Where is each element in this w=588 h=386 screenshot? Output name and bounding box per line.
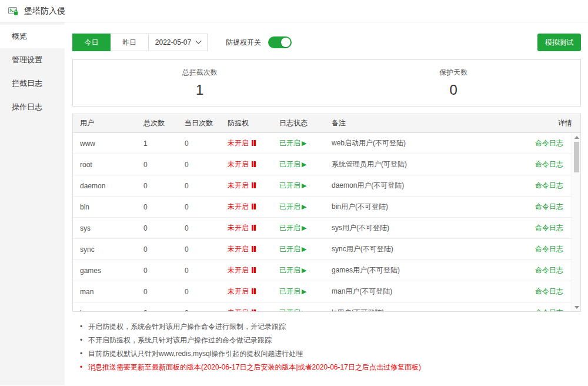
sidebar-item-settings[interactable]: 管理设置 [0, 48, 65, 72]
cell-total-count: 0 [136, 182, 178, 190]
note-item: 不开启防提权，系统只针对该用户操作过的命令做记录跟踪 [78, 334, 581, 347]
table-body: www 1 0 未开启 已开启▶ web启动用户(不可登陆) 命令日志 root… [73, 133, 580, 311]
pause-icon [250, 288, 256, 296]
cell-note: games用户(不可登陆) [325, 265, 516, 275]
pause-icon [250, 309, 256, 311]
sidebar-item-intercept-log[interactable]: 拦截日志 [0, 72, 65, 95]
pause-icon [250, 224, 256, 232]
note-item: 目前防提权默认只针对www,redis,mysql操作引起的提权问题进行处理 [78, 347, 581, 361]
date-picker[interactable]: 2022-05-07 [149, 34, 208, 51]
log-status[interactable]: 已开启▶ [272, 138, 325, 148]
table-scrollbar[interactable] [572, 133, 580, 311]
today-button[interactable]: 今日 [72, 34, 111, 51]
table-row: bin 0 0 未开启 已开启▶ bin用户(不可登陆) 命令日志 [73, 197, 572, 218]
stat-label: 保护天数 [327, 68, 581, 78]
privilege-status[interactable]: 未开启 [220, 244, 272, 254]
cell-note: sync用户(不可登陆) [325, 244, 516, 254]
pause-icon [250, 139, 256, 148]
table-row: daemon 0 0 未开启 已开启▶ daemon用户(不可登陆) 命令日志 [73, 175, 572, 197]
command-log-link[interactable]: 命令日志 [535, 266, 563, 274]
cell-today-count: 0 [178, 245, 220, 254]
command-log-link[interactable]: 命令日志 [535, 139, 563, 147]
log-status[interactable]: 已开启▶ [272, 202, 325, 212]
privilege-status[interactable]: 未开启 [220, 202, 272, 212]
log-status[interactable]: 已开启▶ [272, 159, 325, 169]
log-status[interactable]: 已开启▶ [272, 287, 325, 297]
play-icon: ▶ [302, 224, 306, 231]
cell-user: root [73, 161, 136, 169]
play-icon: ▶ [302, 139, 306, 147]
cell-user: man [73, 288, 136, 296]
cell-note: sys用户(不可登陆) [325, 223, 516, 233]
log-status[interactable]: 已开启▶ [272, 265, 325, 275]
table-row: sys 0 0 未开启 已开启▶ sys用户(不可登陆) 命令日志 [73, 218, 572, 239]
cell-total-count: 0 [136, 203, 178, 211]
pause-icon [250, 203, 256, 211]
cell-today-count: 0 [178, 267, 220, 275]
cell-user: sys [73, 224, 136, 232]
log-status[interactable]: 已开启▶ [272, 223, 325, 233]
app-title: 堡塔防入侵 [24, 6, 65, 16]
chevron-down-icon [196, 38, 202, 44]
command-log-link[interactable]: 命令日志 [535, 287, 563, 295]
table-row: www 1 0 未开启 已开启▶ web启动用户(不可登陆) 命令日志 [73, 133, 572, 154]
cell-note: bin用户(不可登陆) [325, 202, 516, 212]
log-status[interactable]: 已开启▶ [272, 181, 325, 191]
command-log-link[interactable]: 命令日志 [535, 160, 563, 168]
sidebar-item-operation-log[interactable]: 操作日志 [0, 95, 65, 119]
yesterday-button[interactable]: 昨日 [111, 34, 149, 51]
table-row: sync 0 0 未开启 已开启▶ sync用户(不可登陆) 命令日志 [73, 239, 572, 260]
controls-bar: 今日 昨日 2022-05-07 防提权开关 模拟测试 [72, 34, 581, 51]
table-row: lp 0 0 未开启 已开启▶ lp用户(不可登陆) 命令日志 [73, 302, 572, 311]
app-logo-icon [8, 5, 19, 17]
command-log-link[interactable]: 命令日志 [535, 202, 563, 211]
privilege-status[interactable]: 未开启 [220, 287, 272, 297]
cell-note: man用户(不可登陆) [325, 287, 516, 297]
simulate-test-button[interactable]: 模拟测试 [537, 34, 581, 51]
command-log-link[interactable]: 命令日志 [535, 308, 563, 311]
play-icon: ▶ [302, 203, 306, 210]
command-log-link[interactable]: 命令日志 [535, 245, 563, 253]
play-icon: ▶ [302, 267, 306, 274]
main-content: 今日 昨日 2022-05-07 防提权开关 模拟测试 总拦截次数 1 [65, 22, 588, 385]
header-detail: 详情 [524, 118, 580, 128]
table-rows: www 1 0 未开启 已开启▶ web启动用户(不可登陆) 命令日志 root… [73, 133, 572, 311]
stat-label: 总拦截次数 [73, 68, 327, 78]
privilege-status[interactable]: 未开启 [220, 223, 272, 233]
cell-today-count: 0 [178, 288, 220, 296]
stat-total-intercepts: 总拦截次数 1 [73, 60, 327, 106]
scroll-up-icon[interactable] [572, 133, 580, 141]
privilege-status[interactable]: 未开启 [220, 138, 272, 148]
cell-total-count: 0 [136, 161, 178, 169]
cell-today-count: 0 [178, 182, 220, 190]
notes-list: 开启防提权，系统会针对该用户操作命令进行限制，并记录跟踪 不开启防提权，系统只针… [72, 320, 581, 374]
cell-today-count: 0 [178, 161, 220, 169]
header-total-count: 总次数 [136, 118, 178, 128]
log-status[interactable]: 已开启▶ [272, 308, 325, 311]
cell-total-count: 0 [136, 288, 178, 296]
cell-note: 系统管理员用户(可登陆) [325, 159, 516, 169]
privilege-status[interactable]: 未开启 [220, 159, 272, 169]
play-icon: ▶ [302, 161, 306, 168]
cell-today-count: 0 [178, 203, 220, 211]
sidebar: 概览 管理设置 拦截日志 操作日志 [0, 22, 65, 385]
log-status[interactable]: 已开启▶ [272, 244, 325, 254]
header-note: 备注 [325, 118, 524, 128]
cell-today-count: 0 [178, 139, 220, 148]
table-row: root 0 0 未开启 已开启▶ 系统管理员用户(可登陆) 命令日志 [73, 154, 572, 175]
command-log-link[interactable]: 命令日志 [535, 224, 563, 232]
privilege-toggle-label: 防提权开关 [226, 38, 261, 48]
cell-total-count: 1 [136, 139, 178, 148]
pause-icon [250, 267, 256, 275]
sidebar-item-overview[interactable]: 概览 [0, 25, 65, 48]
cell-total-count: 0 [136, 245, 178, 254]
scroll-down-icon[interactable] [572, 303, 580, 311]
privilege-status[interactable]: 未开启 [220, 181, 272, 191]
privilege-toggle[interactable] [268, 36, 292, 48]
command-log-link[interactable]: 命令日志 [535, 181, 563, 189]
cell-total-count: 0 [136, 267, 178, 275]
scrollbar-thumb[interactable] [574, 142, 579, 172]
cell-user: sync [73, 245, 136, 254]
privilege-status[interactable]: 未开启 [220, 265, 272, 275]
privilege-status[interactable]: 未开启 [220, 308, 272, 311]
